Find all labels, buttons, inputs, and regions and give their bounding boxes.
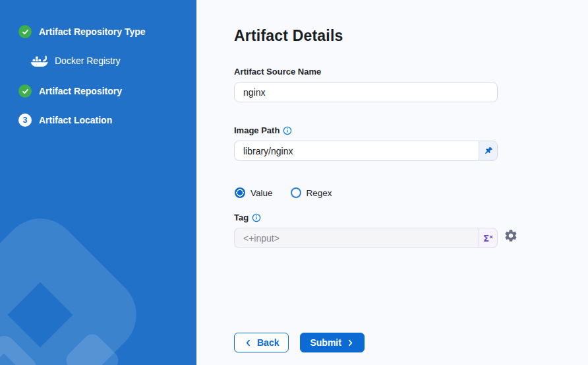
step-artifact-location[interactable]: 3 Artifact Location [18, 114, 112, 127]
artifact-details-panel: Artifact Details Artifact Source Name Im… [196, 0, 588, 365]
step-label: Artifact Location [39, 115, 112, 125]
artifact-source-name-input[interactable] [234, 82, 498, 102]
wizard-steps-sidebar: Artifact Repository Type Docker Registry [0, 0, 196, 365]
info-icon[interactable] [283, 126, 292, 135]
radio-value[interactable]: Value [235, 187, 273, 198]
runtime-input-pin-button[interactable] [479, 141, 498, 161]
image-path-label: Image Path [234, 125, 279, 135]
submit-button-label: Submit [310, 337, 341, 348]
radio-unselected-icon [291, 187, 301, 198]
gear-icon [504, 228, 518, 243]
expression-input-button[interactable]: Σˣ [479, 228, 498, 248]
radio-regex-label: Regex [307, 188, 332, 198]
tag-settings-button[interactable] [503, 228, 519, 244]
page-title: Artifact Details [234, 27, 343, 45]
tag-input [234, 228, 479, 248]
image-path-field: Image Path [234, 125, 498, 161]
tag-field: Tag Σˣ [234, 213, 498, 248]
tag-label: Tag [234, 213, 249, 222]
docker-whale-icon [30, 55, 48, 67]
artifact-wizard: Artifact Repository Type Docker Registry [0, 0, 588, 365]
image-path-input[interactable] [234, 141, 479, 161]
substep-docker-registry[interactable]: Docker Registry [30, 54, 121, 67]
step-label: Artifact Repository Type [39, 26, 146, 37]
back-button-label: Back [257, 337, 279, 348]
chevron-right-icon [346, 339, 355, 347]
check-circle-icon [18, 25, 32, 38]
radio-selected-icon [235, 187, 245, 198]
substep-label: Docker Registry [55, 55, 121, 66]
check-circle-icon [18, 84, 32, 98]
sigma-expression-icon: Σˣ [483, 233, 493, 244]
artifact-source-name-field: Artifact Source Name [234, 67, 498, 102]
chevron-left-icon [244, 339, 252, 347]
harness-logo-watermark [0, 203, 152, 365]
step-artifact-repository-type[interactable]: Artifact Repository Type [18, 25, 146, 38]
step-artifact-repository[interactable]: Artifact Repository [18, 84, 122, 98]
wizard-actions: Back Submit [234, 333, 365, 352]
radio-regex[interactable]: Regex [291, 187, 332, 198]
submit-button[interactable]: Submit [300, 333, 364, 352]
step-label: Artifact Repository [39, 86, 122, 96]
back-button[interactable]: Back [234, 333, 289, 352]
tag-type-radio-group: Value Regex [235, 187, 332, 198]
info-icon[interactable] [252, 213, 261, 222]
pin-icon [483, 146, 494, 156]
artifact-source-name-label: Artifact Source Name [234, 67, 498, 77]
step-number-badge: 3 [18, 114, 32, 127]
radio-value-label: Value [250, 188, 273, 198]
